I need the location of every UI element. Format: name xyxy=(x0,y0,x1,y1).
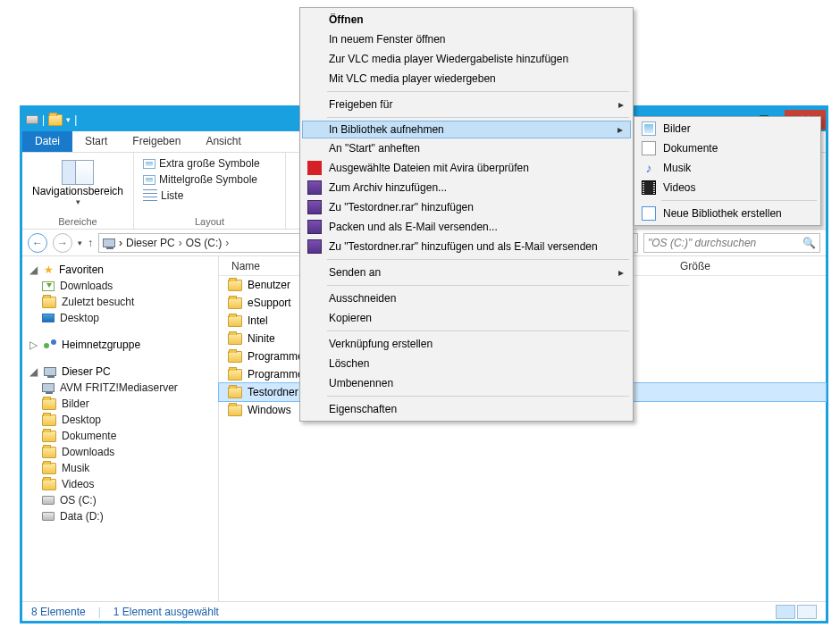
new-library-icon xyxy=(642,206,656,221)
nav-tree[interactable]: ◢★Favoriten Downloads Zuletzt besucht De… xyxy=(22,256,219,601)
crumb-drive[interactable]: OS (C:)› xyxy=(186,237,230,249)
tree-item-desktop2[interactable]: Desktop xyxy=(29,412,218,428)
menu-avira-scan[interactable]: Ausgewählte Dateien mit Avira überprüfen xyxy=(302,158,631,178)
download-icon xyxy=(42,281,55,291)
menu-sep xyxy=(327,117,629,118)
layout-list: Extra große Symbole Mittelgroße Symbole … xyxy=(141,156,278,203)
tree-item-videos[interactable]: Videos xyxy=(29,476,218,492)
menu-pin-start[interactable]: An "Start" anheften xyxy=(302,138,631,158)
row-name: Intel xyxy=(248,314,268,327)
med-icon xyxy=(143,175,155,185)
tree-item-documents[interactable]: Dokumente xyxy=(29,428,218,444)
tree-item-desktop[interactable]: Desktop xyxy=(29,310,218,326)
view-details-button[interactable] xyxy=(776,605,795,619)
row-name: Testordner xyxy=(248,386,298,398)
qat-sep: | xyxy=(42,113,45,126)
drive-icon xyxy=(42,512,55,521)
tab-view[interactable]: Ansicht xyxy=(193,131,253,152)
tree-item-mediaserver[interactable]: AVM FRITZ!Mediaserver xyxy=(29,380,218,396)
layout-list-item[interactable]: Liste xyxy=(141,188,278,203)
crumb-sep0[interactable]: › xyxy=(119,237,122,249)
forward-button[interactable]: → xyxy=(53,233,72,253)
tree-item-recent[interactable]: Zuletzt besucht xyxy=(29,294,218,310)
tree-desktop-label: Desktop xyxy=(60,312,99,324)
avira-icon xyxy=(307,161,322,175)
view-icons-button[interactable] xyxy=(797,605,817,619)
tree-item-downloads2[interactable]: Downloads xyxy=(29,444,218,460)
menu-sep xyxy=(327,91,629,92)
pc-icon xyxy=(103,238,115,247)
tab-file[interactable]: Datei xyxy=(22,131,72,152)
qat: | ▾ | xyxy=(26,113,77,126)
menu-rar-and-email[interactable]: Zu "Testordner.rar" hinzufügen und als E… xyxy=(302,237,631,256)
menu-open[interactable]: Öffnen xyxy=(302,10,631,29)
crumb-drive-label: OS (C:) xyxy=(186,237,223,249)
tree-item-music[interactable]: Musik xyxy=(29,460,218,476)
tree-favorites-header[interactable]: ◢★Favoriten xyxy=(29,262,218,278)
submenu-new-library[interactable]: Neue Bibliothek erstellen xyxy=(636,204,819,223)
menu-open-new-window[interactable]: In neuem Fenster öffnen xyxy=(302,29,631,49)
folder-icon xyxy=(228,369,242,381)
row-name: Programme xyxy=(248,350,304,363)
menu-pack-email[interactable]: Packen und als E-Mail versenden... xyxy=(302,217,631,237)
row-name: Benutzer xyxy=(248,279,290,291)
layout-extra-large[interactable]: Extra große Symbole xyxy=(141,156,278,171)
menu-archive-label: Zum Archiv hinzufügen... xyxy=(329,181,447,194)
menu-rename[interactable]: Umbenennen xyxy=(302,373,631,393)
tree-videos-label: Videos xyxy=(62,478,94,490)
rar-icon xyxy=(307,220,322,234)
menu-vlc-play[interactable]: Mit VLC media player wiedergeben xyxy=(302,69,631,88)
tree-item-downloads[interactable]: Downloads xyxy=(29,278,218,294)
layout-medium[interactable]: Mittelgroße Symbole xyxy=(141,172,278,187)
menu-add-to-rar[interactable]: Zu "Testordner.rar" hinzufügen xyxy=(302,197,631,217)
tree-homegroup-header[interactable]: ▷Heimnetzgruppe xyxy=(29,337,218,353)
menu-create-shortcut[interactable]: Verknüpfung erstellen xyxy=(302,334,631,354)
document-icon xyxy=(642,141,656,155)
menu-include-library[interactable]: In Bibliothek aufnehmen▸ xyxy=(302,121,631,138)
ribbon-group-layout: Extra große Symbole Mittelgroße Symbole … xyxy=(134,153,286,229)
submenu-documents[interactable]: Dokumente xyxy=(636,138,819,158)
row-name: Ninite xyxy=(248,332,275,345)
menu-library-label: In Bibliothek aufnehmen xyxy=(329,123,444,136)
tree-pc-header[interactable]: ◢Dieser PC xyxy=(29,364,218,380)
tree-home-label: Heimnetzgruppe xyxy=(62,339,140,351)
tree-item-pictures[interactable]: Bilder xyxy=(29,396,218,412)
menu-vlc-playlist[interactable]: Zur VLC media player Wiedergabeliste hin… xyxy=(302,49,631,69)
folder-icon xyxy=(228,280,242,291)
history-dropdown-icon[interactable]: ▾ xyxy=(78,238,82,247)
tree-item-datad[interactable]: Data (D:) xyxy=(29,508,218,524)
search-icon: 🔍 xyxy=(802,237,816,249)
chevron-down-icon: ▾ xyxy=(76,197,80,206)
folder-icon xyxy=(228,333,242,345)
rar-icon xyxy=(307,200,322,214)
tree-item-osc[interactable]: OS (C:) xyxy=(29,492,218,508)
menu-copy[interactable]: Kopieren xyxy=(302,308,631,328)
up-button[interactable]: ↑ xyxy=(88,237,93,249)
menu-archiveto-label: Zu "Testordner.rar" hinzufügen xyxy=(329,201,474,213)
menu-properties[interactable]: Eigenschaften xyxy=(302,399,631,419)
layout-list-label: Liste xyxy=(161,189,183,202)
library-submenu: Bilder Dokumente ♪Musik Videos Neue Bibl… xyxy=(634,116,821,226)
menu-send-to[interactable]: Senden an▸ xyxy=(302,263,631,282)
search-input[interactable]: "OS (C:)" durchsuchen 🔍 xyxy=(643,233,820,253)
menu-delete[interactable]: Löschen xyxy=(302,354,631,373)
menu-add-archive[interactable]: Zum Archiv hinzufügen... xyxy=(302,178,631,197)
ribbon-group-label-layout: Layout xyxy=(141,216,278,229)
back-button[interactable]: ← xyxy=(28,233,47,253)
submenu-music[interactable]: ♪Musik xyxy=(636,158,819,178)
tab-share[interactable]: Freigeben xyxy=(120,131,193,152)
device-icon xyxy=(42,383,55,392)
col-size[interactable]: Größe xyxy=(680,260,752,272)
tab-start[interactable]: Start xyxy=(72,131,120,152)
submenu-videos[interactable]: Videos xyxy=(636,178,819,197)
navigation-pane-button[interactable]: Navigationsbereich ▾ xyxy=(29,156,126,206)
menu-share[interactable]: Freigeben für▸ xyxy=(302,95,631,114)
folder-icon xyxy=(228,387,242,398)
menu-email-label: Packen und als E-Mail versenden... xyxy=(329,221,498,233)
qat-dropdown-icon[interactable]: ▾ xyxy=(66,115,71,124)
submenu-pictures[interactable]: Bilder xyxy=(636,119,819,138)
crumb-pc[interactable]: Dieser PC› xyxy=(126,237,182,249)
menu-cut[interactable]: Ausschneiden xyxy=(302,289,631,308)
list-icon xyxy=(143,189,157,202)
submenu-pics-label: Bilder xyxy=(663,122,691,135)
